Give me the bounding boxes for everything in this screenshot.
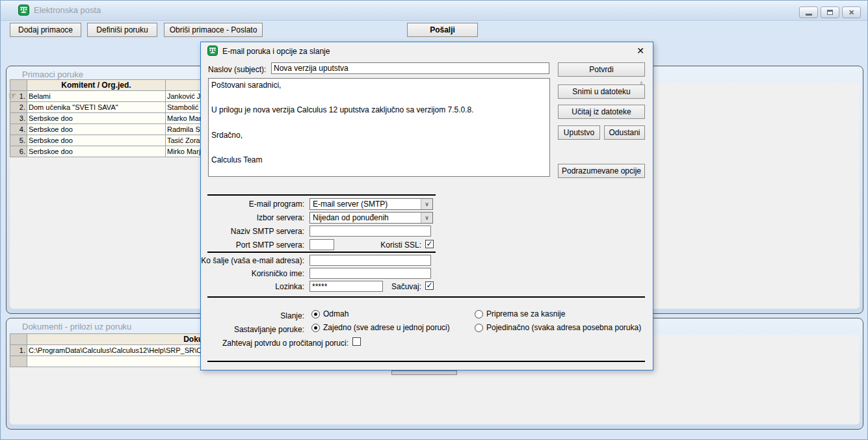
password-input[interactable] [309, 281, 383, 292]
row-number: 1. [10, 345, 27, 356]
separator [207, 252, 436, 253]
server-choice-value: Nijedan od ponuđenih [313, 213, 389, 222]
row-number: 4. [10, 124, 27, 135]
composition-option-together[interactable]: Zajedno (sve adrese u jednoj poruci) [311, 323, 450, 332]
titlebar: Elektronska posta ✕ [1, 1, 867, 21]
row-number [10, 356, 27, 367]
documents-panel-title: Dokumenti - prilozi uz poruku [22, 322, 131, 331]
komitent-cell[interactable]: Serbskoe doo [27, 113, 166, 124]
send-button[interactable]: Pošalji [407, 23, 478, 37]
row-number: 6. [10, 146, 27, 157]
save-password-label: Sačuvaj: [391, 282, 421, 291]
smtp-port-input[interactable] [309, 239, 334, 250]
composition-option-together-label: Zajedno (sve adrese u jednoj poruci) [323, 323, 450, 332]
use-ssl-label: Koristi SSL: [380, 240, 421, 250]
komitent-cell[interactable]: Serbskoe doo [27, 146, 166, 157]
default-options-button[interactable]: Podrazumevane opcije [558, 164, 645, 178]
radio-selected-icon [311, 324, 320, 332]
email-options-dialog: E-mail poruka i opcije za slanje ✕ Naslo… [200, 42, 653, 370]
row-number: 5. [10, 135, 27, 146]
read-receipt-label: Zahtevaj potvrdu o pročitanoj poruci: [222, 339, 349, 348]
use-ssl-checkbox[interactable]: ✓ [425, 240, 434, 248]
dialog-close-icon[interactable]: ✕ [637, 45, 644, 56]
email-program-value: E-mail server (SMTP) [313, 200, 388, 209]
recipients-header-komitent: Komitent / Org.jed. [27, 80, 166, 91]
check-icon: ✓ [426, 240, 432, 248]
save-password-checkbox[interactable]: ✓ [425, 281, 434, 290]
komitent-cell[interactable]: Belami [27, 91, 166, 102]
maximize-icon [827, 10, 833, 15]
dialog-titlebar: E-mail poruka i opcije za slanje ✕ [201, 42, 653, 60]
manual-button[interactable]: Uputstvo [558, 125, 600, 140]
chevron-down-icon: ∨ [421, 213, 432, 223]
cancel-button[interactable]: Odustani [604, 125, 645, 140]
separator [207, 361, 645, 362]
smtp-name-input[interactable] [309, 226, 431, 237]
obscured-button-sliver [391, 370, 457, 375]
email-program-select[interactable]: E-mail server (SMTP) ∨ [309, 198, 433, 210]
username-label: Korisničko ime: [252, 269, 304, 278]
recipients-panel-title: Primaoci poruke [22, 70, 83, 79]
row-number: 2. [10, 102, 27, 113]
confirm-button[interactable]: Potvrdi [558, 62, 645, 77]
app-logo-icon [18, 5, 29, 16]
minimize-button[interactable] [799, 6, 818, 18]
message-body[interactable]: Poštovani saradnici, U prilogu je nova v… [208, 78, 550, 177]
composition-label: Sastavljanje poruke: [234, 325, 304, 334]
email-program-label: E-mail program: [249, 200, 304, 209]
smtp-port-label: Port SMTP servera: [236, 240, 304, 250]
remove-recipients-button[interactable]: Obriši primaoce - Poslato [164, 23, 263, 37]
window-controls: ✕ [799, 6, 861, 18]
server-choice-label: Izbor servera: [257, 213, 304, 222]
main-window: Elektronska posta ✕ Dodaj primaoce Defin… [0, 0, 868, 440]
dialog-title: E-mail poruka i opcije za slanje [222, 47, 330, 56]
username-input[interactable] [309, 268, 431, 279]
komitent-cell[interactable]: Serbskoe doo [27, 135, 166, 146]
sending-option-now[interactable]: Odmah [311, 309, 349, 318]
dialog-app-icon [207, 45, 218, 56]
sender-input[interactable] [309, 255, 431, 266]
smtp-name-label: Naziv SMTP servera: [231, 227, 304, 236]
documents-header-gutter [10, 334, 27, 345]
sender-label: Ko šalje (vaša e-mail adresa): [201, 256, 304, 265]
read-receipt-checkbox[interactable] [352, 337, 361, 346]
komitent-cell[interactable]: Dom učenika "SVETI SAVA" [27, 102, 166, 113]
server-choice-select[interactable]: Nijedan od ponuđenih ∨ [309, 212, 433, 224]
sending-label: Slanje: [280, 311, 304, 320]
radio-icon [475, 324, 483, 332]
separator [207, 194, 436, 196]
composition-option-individual[interactable]: Pojedinačno (svaka adresa posebna poruka… [475, 323, 641, 332]
separator [207, 296, 645, 298]
close-icon: ✕ [848, 9, 854, 16]
maximize-button[interactable] [821, 6, 839, 18]
password-label: Lozinka: [275, 282, 304, 291]
check-icon: ✓ [426, 281, 432, 289]
define-message-button[interactable]: Definiši poruku [87, 23, 157, 37]
sending-option-now-label: Odmah [323, 309, 349, 318]
window-title: Elektronska posta [34, 5, 101, 15]
subject-label: Naslov (subject): [208, 65, 266, 74]
composition-option-individual-label: Pojedinačno (svaka adresa posebna poruka… [486, 323, 641, 332]
sending-option-later[interactable]: Priprema se za kasnije [475, 309, 565, 318]
recipients-header-gutter [10, 80, 27, 91]
chevron-down-icon: ∨ [421, 199, 432, 209]
sending-option-later-label: Priprema se za kasnije [486, 309, 565, 318]
radio-icon [475, 310, 483, 318]
close-button[interactable]: ✕ [842, 6, 861, 18]
radio-selected-icon [311, 310, 320, 318]
add-recipients-button[interactable]: Dodaj primaoce [10, 23, 81, 37]
subject-input[interactable] [271, 62, 549, 74]
current-row-hand-icon: ☞ [8, 90, 17, 101]
komitent-cell[interactable]: Serbskoe doo [27, 124, 166, 135]
save-to-file-button[interactable]: Snimi u datoteku [558, 84, 645, 99]
load-from-file-button[interactable]: Učitaj iz datoteke [558, 105, 645, 119]
row-number: 3. [10, 113, 27, 124]
minimize-icon [806, 14, 812, 16]
